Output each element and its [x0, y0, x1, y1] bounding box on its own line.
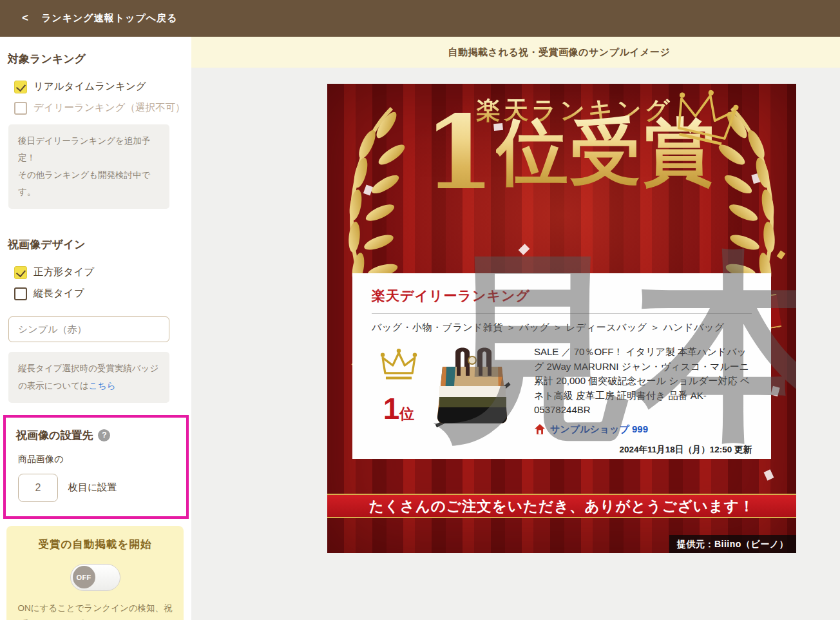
placement-suffix: 枚目に設置: [68, 481, 117, 494]
ranking-card: 楽天デイリーランキング バッグ・小物・ブランド雑貨 ＞ バッグ ＞ レディースバ…: [352, 273, 771, 459]
target-ranking-note: 後日デイリーランキングを追加予定！ その他ランキングも開発検討中です。: [8, 124, 169, 209]
award-sample-image: 楽天ランキング 1位受賞 大好評につき注文殺到中！ 楽天デイリーランキング バッ…: [327, 84, 796, 553]
checkbox-label: 正方形タイプ: [33, 266, 94, 279]
shop-name: サンプルショップ 999: [550, 423, 648, 436]
thanks-text: たくさんのご注文をいただき、ありがとうございます！: [369, 496, 755, 516]
autopost-toggle[interactable]: OFF: [70, 564, 120, 591]
product-handbag-image: [427, 345, 517, 430]
autopost-heading: 受賞の自動掲載を開始: [14, 538, 176, 552]
rank-number: 1: [424, 93, 496, 212]
sample-title-strip: 自動掲載される祝・受賞画像のサンプルイメージ: [191, 37, 840, 68]
updated-timestamp: 2024年11月18日（月）12:50 更新: [534, 444, 752, 456]
product-title: SALE ／ 70％OFF！ イタリア製 本革ハンドバッグ 2Way MARUR…: [534, 345, 752, 418]
rank-badge: 1位: [372, 391, 426, 426]
checkbox-unchecked-icon[interactable]: [14, 287, 27, 300]
breadcrumb: バッグ・小物・ブランド雑貨 ＞ バッグ ＞ レディースバッグ ＞ ハンドバッグ: [372, 322, 752, 334]
card-title: 楽天デイリーランキング: [372, 287, 752, 305]
settings-sidebar: 対象ランキング リアルタイムランキング デイリーランキング（選択不可） 後日デイ…: [0, 37, 191, 620]
provider-credit: 提供元：Biiino（ビーノ）: [669, 535, 796, 553]
placement-label: 商品画像の: [18, 454, 180, 465]
toggle-knob[interactable]: OFF: [73, 566, 95, 588]
help-icon[interactable]: ?: [98, 429, 110, 441]
autopost-panel: 受賞の自動掲載を開始 OFF ONにすることでランクインの検知、祝受賞画像の自動…: [6, 526, 184, 620]
shop-icon: [534, 423, 546, 435]
checkbox-portrait-type[interactable]: 縦長タイプ: [0, 287, 191, 300]
design-heading: 祝画像デザイン: [0, 237, 191, 252]
divider: [372, 313, 752, 314]
placement-heading: 祝画像の設置先: [16, 428, 93, 443]
checkbox-checked-icon[interactable]: [14, 81, 27, 93]
checkbox-label: 縦長タイプ: [33, 287, 84, 300]
design-select-value: シンプル（赤）: [18, 324, 86, 336]
rank-crown-icon: [379, 349, 419, 382]
preview-area: 自動掲載される祝・受賞画像のサンプルイメージ: [191, 37, 840, 620]
design-note: 縦長タイプ選択時の受賞実績バッジの表示についてはこちら: [8, 352, 169, 403]
back-link-label: ランキング速報トップへ戻る: [41, 12, 178, 24]
note-line: その他ランキングも開発検討中です。: [18, 170, 150, 197]
checkbox-label: リアルタイムランキング: [33, 80, 146, 93]
checkbox-label: デイリーランキング（選択不可）: [33, 101, 185, 115]
back-to-top-bar[interactable]: < ランキング速報トップへ戻る: [0, 0, 840, 37]
checkbox-checked-icon[interactable]: [14, 266, 27, 279]
placement-panel: 祝画像の設置先 ? 商品画像の 枚目に設置: [3, 415, 189, 519]
note-line: 後日デイリーランキングを追加予定！: [18, 136, 150, 162]
design-select[interactable]: シンプル（赤）: [8, 316, 169, 342]
kochira-link[interactable]: こちら: [89, 381, 115, 391]
thanks-band: たくさんのご注文をいただき、ありがとうございます！: [327, 494, 796, 518]
checkbox-square-type[interactable]: 正方形タイプ: [0, 266, 191, 279]
checkbox-daily-ranking: デイリーランキング（選択不可）: [0, 101, 191, 115]
checkbox-unchecked-icon: [14, 102, 27, 115]
target-ranking-heading: 対象ランキング: [0, 52, 191, 66]
rank-number: 1: [383, 392, 400, 425]
rank-suffix: 位: [399, 405, 414, 422]
sample-title: 自動掲載される祝・受賞画像のサンプルイメージ: [448, 46, 671, 59]
autopost-description: ONにすることでランクインの検知、祝受賞画像の自動掲載がスタートします: [14, 601, 176, 620]
chevron-left-icon: <: [22, 12, 28, 24]
image-position-input[interactable]: [18, 474, 58, 502]
checkbox-realtime-ranking[interactable]: リアルタイムランキング: [0, 80, 191, 93]
